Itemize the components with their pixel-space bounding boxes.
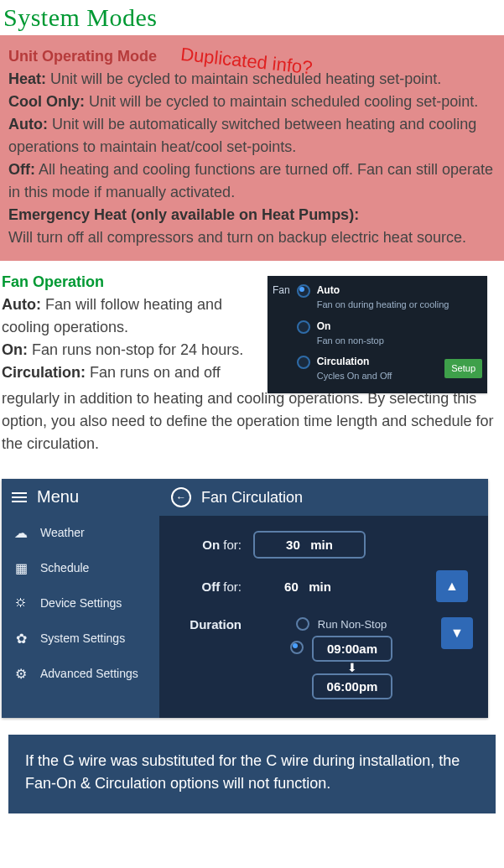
menu-item-weather[interactable]: ☁ Weather (2, 515, 159, 550)
fan-operation-heading: Fan Operation (2, 271, 270, 294)
fan-selection-panel: Fan Auto Fan on during heating or coolin… (268, 276, 487, 393)
schedule-icon: ▦ (12, 560, 30, 575)
circulation-header: ← Fan Circulation (159, 479, 488, 516)
mode-cool-text: Unit will be cycled to maintain schedule… (85, 93, 478, 110)
menu-item-system-settings[interactable]: ✿ System Settings (2, 621, 159, 656)
device-settings-icon: ⛭ (12, 595, 30, 611)
fan-panel-title: Fan (273, 279, 290, 387)
decrement-button[interactable]: ▼ (441, 617, 473, 649)
fan-auto: Auto: Fan will follow heating and coolin… (2, 294, 270, 339)
menu-header[interactable]: Menu (2, 479, 159, 515)
fan-circ-text-2: regularly in addition to heating and coo… (0, 384, 504, 470)
circulation-title: Fan Circulation (201, 489, 303, 507)
mode-eheat-label: Emergency Heat (only available on Heat P… (8, 204, 496, 226)
menu-item-schedule[interactable]: ▦ Schedule (2, 550, 159, 585)
weather-icon: ☁ (12, 525, 30, 540)
menu-item-label: System Settings (40, 632, 125, 645)
fan-option-on[interactable]: On Fan on non-stop (297, 315, 482, 351)
fan-option-auto[interactable]: Auto Fan on during heating or cooling (297, 279, 482, 315)
mode-auto-text: Unit will be automatically switched betw… (8, 116, 476, 155)
fan-on-label: On: (2, 341, 28, 358)
circulation-content: ← Fan Circulation On for: 30 min Off for… (159, 479, 488, 718)
on-for-value[interactable]: 30 min (253, 531, 366, 559)
fan-auto-label: Auto: (2, 296, 41, 313)
fan-option-auto-title: Auto (317, 283, 482, 298)
duration-time-range[interactable]: 09:00am ⬇ 06:00pm (290, 636, 393, 699)
run-nonstop-label: Run Non-Stop (318, 618, 387, 631)
fan-circ-text-1: Fan runs on and off (86, 364, 221, 381)
fan-option-on-title: On (317, 319, 482, 334)
page-title: System Modes (0, 0, 504, 35)
off-for-value[interactable]: 60 min (253, 574, 362, 599)
menu-item-label: Schedule (40, 561, 89, 574)
menu-sidebar: Menu ☁ Weather ▦ Schedule ⛭ Device Setti… (2, 479, 159, 718)
fan-option-circulation[interactable]: Circulation Cycles On and Off Setup (297, 351, 482, 387)
radio-icon (297, 320, 310, 334)
fan-on: On: Fan runs non-stop for 24 hours. (2, 339, 270, 361)
mode-auto-label: Auto: (8, 116, 48, 133)
system-settings-icon: ✿ (12, 631, 30, 646)
hamburger-icon (12, 492, 27, 502)
fan-circ-label: Circulation: (2, 364, 86, 381)
fan-option-circ-sub: Cycles On and Off (317, 369, 439, 383)
fan-option-auto-sub: Fan on during heating or cooling (317, 298, 482, 312)
menu-item-device-settings[interactable]: ⛭ Device Settings (2, 585, 159, 621)
setup-button[interactable]: Setup (444, 359, 482, 378)
advanced-settings-icon: ⚙ (12, 666, 30, 681)
off-for-label: Off for: (174, 580, 242, 594)
duration-run-nonstop[interactable]: Run Non-Stop (296, 617, 387, 631)
fan-option-on-sub: Fan on non-stop (317, 334, 482, 348)
radio-icon (297, 356, 310, 369)
duration-label: Duration (174, 617, 242, 632)
menu-item-label: Device Settings (40, 596, 122, 610)
mode-eheat-text: Will turn off all compressors and turn o… (8, 226, 496, 249)
fan-operation-block: Fan Operation Auto: Fan will follow heat… (0, 261, 504, 384)
fan-circulation-screenshot: Menu ☁ Weather ▦ Schedule ⛭ Device Setti… (2, 479, 488, 718)
radio-icon (296, 617, 309, 631)
increment-button[interactable]: ▲ (436, 570, 468, 602)
mode-off-text: All heating and cooling functions are tu… (8, 161, 493, 200)
arrow-down-icon: ⬇ (347, 662, 357, 673)
mode-off-label: Off: (8, 161, 35, 178)
mode-cool: Cool Only: Unit will be cycled to mainta… (8, 91, 496, 113)
mode-auto: Auto: Unit will be automatically switche… (8, 113, 496, 159)
mode-heat-label: Heat: (8, 70, 46, 87)
wiring-note: If the G wire was substituted for the C … (8, 735, 496, 813)
unit-operating-mode-block: Duplicated info? Unit Operating Mode Hea… (0, 35, 504, 261)
back-arrow-icon[interactable]: ← (171, 487, 191, 507)
radio-icon (290, 641, 304, 654)
mode-cool-label: Cool Only: (8, 93, 85, 110)
fan-circ: Circulation: Fan runs on and off (2, 361, 270, 384)
radio-icon (297, 284, 310, 298)
menu-header-label: Menu (37, 487, 79, 507)
fan-option-circ-title: Circulation (317, 354, 439, 369)
mode-off: Off: All heating and cooling functions a… (8, 159, 496, 204)
duration-end-time[interactable]: 06:00pm (312, 673, 393, 699)
menu-item-advanced-settings[interactable]: ⚙ Advanced Settings (2, 656, 159, 691)
fan-on-text: Fan runs non-stop for 24 hours. (28, 341, 243, 358)
menu-item-label: Advanced Settings (40, 667, 138, 680)
duration-start-time[interactable]: 09:00am (312, 636, 392, 662)
menu-item-label: Weather (40, 526, 85, 539)
on-for-label: On for: (174, 538, 242, 552)
